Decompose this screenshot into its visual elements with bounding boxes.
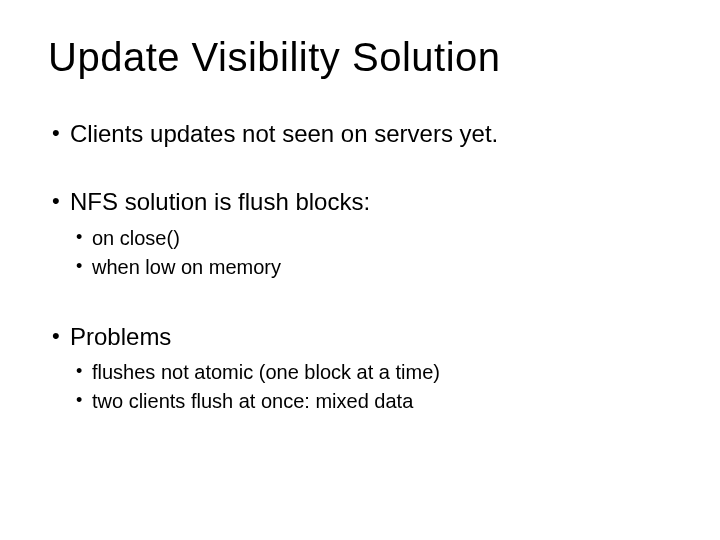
- sub-bullet-item: when low on memory: [70, 254, 672, 281]
- bullet-text: Problems: [70, 323, 171, 350]
- sub-bullet-item: two clients flush at once: mixed data: [70, 388, 672, 415]
- sub-bullet-text: flushes not atomic (one block at a time): [92, 361, 440, 383]
- bullet-list: Clients updates not seen on servers yet.…: [48, 118, 672, 281]
- bullet-list: Problems flushes not atomic (one block a…: [48, 321, 672, 415]
- sub-bullet-list: flushes not atomic (one block at a time)…: [70, 359, 672, 415]
- slide-title: Update Visibility Solution: [48, 35, 672, 80]
- bullet-text: Clients updates not seen on servers yet.: [70, 120, 498, 147]
- bullet-item: Problems flushes not atomic (one block a…: [48, 321, 672, 415]
- sub-bullet-item: flushes not atomic (one block at a time): [70, 359, 672, 386]
- bullet-item: Clients updates not seen on servers yet.: [48, 118, 672, 150]
- sub-bullet-list: on close() when low on memory: [70, 225, 672, 281]
- sub-bullet-text: on close(): [92, 227, 180, 249]
- bullet-text: NFS solution is flush blocks:: [70, 188, 370, 215]
- sub-bullet-text: two clients flush at once: mixed data: [92, 390, 413, 412]
- sub-bullet-item: on close(): [70, 225, 672, 252]
- sub-bullet-text: when low on memory: [92, 256, 281, 278]
- bullet-item: NFS solution is flush blocks: on close()…: [48, 186, 672, 280]
